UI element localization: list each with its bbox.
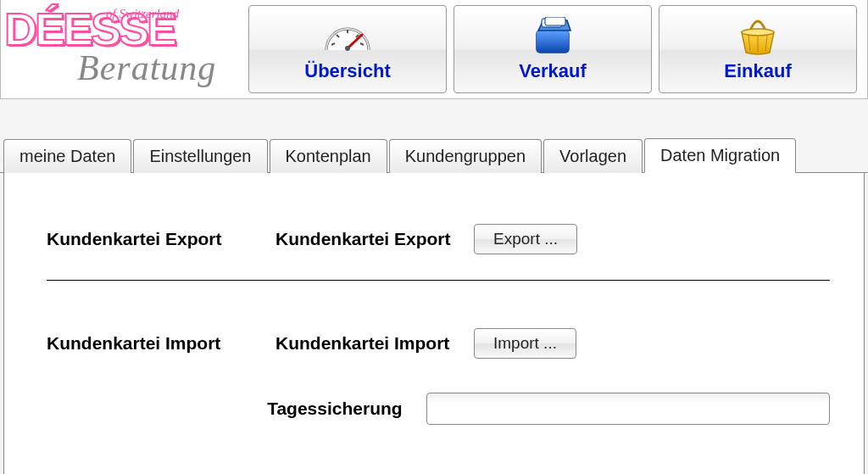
export-field-label: Kundenkartei Export bbox=[275, 229, 462, 249]
export-section-label: Kundenkartei Export bbox=[47, 229, 275, 249]
brand-name-tag: of Switzerland bbox=[106, 8, 179, 20]
content-panel: Kundenkartei Export Kundenkartei Export … bbox=[3, 173, 865, 474]
nav-sales-button[interactable]: Verkauf bbox=[453, 5, 652, 93]
tab-settings[interactable]: Einstellungen bbox=[133, 139, 267, 173]
tab-mydata[interactable]: meine Daten bbox=[3, 139, 131, 173]
tabs-row: meine Daten Einstellungen Kontenplan Kun… bbox=[0, 138, 868, 173]
nav-sales-label: Verkauf bbox=[519, 60, 587, 82]
export-button[interactable]: Export ... bbox=[474, 224, 577, 254]
svg-rect-10 bbox=[545, 17, 565, 25]
gauge-icon bbox=[321, 16, 374, 57]
card-box-icon bbox=[531, 16, 574, 57]
export-row: Kundenkartei Export Kundenkartei Export … bbox=[47, 224, 830, 254]
import-row: Kundenkartei Import Kundenkartei Import … bbox=[47, 328, 830, 359]
tab-templates[interactable]: Vorlagen bbox=[543, 139, 643, 173]
brand-name: DÉESSE of Switzerland bbox=[4, 10, 242, 49]
backup-label: Tagessicherung bbox=[267, 399, 414, 419]
nav-overview-label: Übersicht bbox=[304, 60, 390, 82]
tab-accounts[interactable]: Kontenplan bbox=[270, 139, 387, 173]
import-field-label: Kundenkartei Import bbox=[275, 333, 462, 354]
svg-rect-8 bbox=[537, 31, 569, 53]
tab-groups[interactable]: Kundengruppen bbox=[389, 139, 542, 173]
tab-migration[interactable]: Daten Migration bbox=[644, 138, 796, 173]
nav-purchase-button[interactable]: Einkauf bbox=[659, 5, 857, 93]
header-bar: DÉESSE of Switzerland Beratung Übers bbox=[0, 0, 868, 99]
svg-point-11 bbox=[742, 29, 774, 36]
import-button[interactable]: Import ... bbox=[474, 328, 576, 359]
backup-row: Tagessicherung bbox=[47, 393, 830, 425]
svg-point-1 bbox=[345, 46, 350, 51]
brand-logo: DÉESSE of Switzerland Beratung bbox=[1, 0, 242, 98]
basket-icon bbox=[737, 16, 779, 57]
main-nav: Übersicht Verkauf bbox=[242, 0, 867, 98]
nav-overview-button[interactable]: Übersicht bbox=[248, 5, 447, 93]
import-section-label: Kundenkartei Import bbox=[47, 333, 275, 354]
section-divider bbox=[47, 280, 830, 281]
backup-input[interactable] bbox=[426, 393, 830, 425]
nav-purchase-label: Einkauf bbox=[724, 60, 791, 82]
